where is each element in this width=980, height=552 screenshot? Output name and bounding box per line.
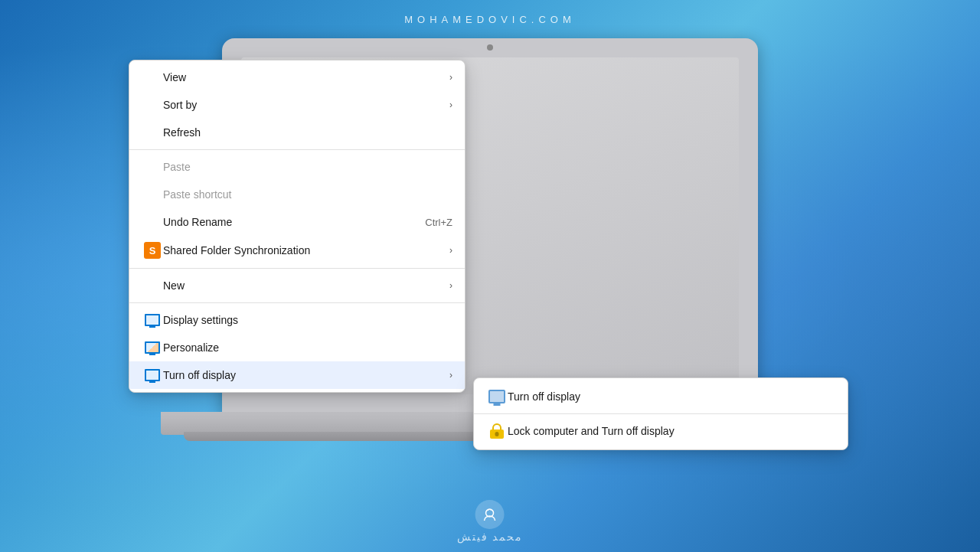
new-label: New [163, 279, 443, 292]
submenu-item-turn-off-display[interactable]: Turn off display [474, 381, 848, 412]
personalize-label: Personalize [163, 341, 452, 354]
sort-by-label: Sort by [163, 99, 443, 111]
menu-item-paste-shortcut[interactable]: Paste shortcut [129, 181, 465, 208]
context-menu: View › Sort by › Refresh Paste Paste sho… [129, 60, 466, 393]
watermark-text: MOHAMEDOVIC.COM [404, 14, 576, 25]
menu-item-view[interactable]: View › [129, 64, 465, 91]
undo-rename-shortcut: Ctrl+Z [425, 217, 452, 228]
menu-item-shared-folder[interactable]: S Shared Folder Synchronization › [129, 236, 465, 265]
sort-by-arrow: › [449, 100, 452, 110]
lock-body [490, 430, 504, 439]
separator-2 [129, 268, 465, 269]
turn-off-display-label: Turn off display [163, 369, 443, 381]
submenu-turn-off-label: Turn off display [508, 390, 835, 403]
submenu-monitor-icon-area [486, 390, 508, 403]
paste-shortcut-label: Paste shortcut [163, 188, 452, 201]
lock-top [492, 423, 501, 430]
menu-item-sort-by[interactable]: Sort by › [129, 91, 465, 119]
display-settings-icon-area [142, 314, 163, 326]
bottom-logo-text: محمد فيتش [457, 531, 524, 543]
turn-off-display-arrow: › [449, 370, 452, 381]
shared-folder-icon: S [144, 242, 161, 259]
submenu-separator [474, 413, 848, 414]
view-arrow: › [449, 72, 452, 83]
undo-rename-label: Undo Rename [163, 216, 425, 228]
turn-off-display-icon [145, 369, 160, 381]
separator-1 [129, 149, 465, 150]
lock-turn-off-label: Lock computer and Turn off display [508, 425, 835, 437]
menu-item-undo-rename[interactable]: Undo Rename Ctrl+Z [129, 208, 465, 236]
menu-item-display-settings[interactable]: Display settings [129, 306, 465, 334]
menu-item-refresh[interactable]: Refresh [129, 119, 465, 146]
submenu-monitor-icon [488, 390, 505, 403]
shared-icon-area: S [142, 242, 163, 259]
view-label: View [163, 71, 443, 83]
personalize-icon [145, 341, 160, 354]
logo-circle [475, 500, 505, 529]
logo-icon [481, 505, 499, 524]
laptop-camera [487, 44, 493, 51]
turn-off-icon-area [142, 369, 163, 381]
menu-item-turn-off-display[interactable]: Turn off display › [129, 361, 465, 389]
menu-item-personalize[interactable]: Personalize [129, 334, 465, 361]
refresh-label: Refresh [163, 126, 452, 139]
personalize-icon-area [142, 341, 163, 354]
submenu-item-lock-turn-off[interactable]: Lock computer and Turn off display [474, 416, 848, 446]
shared-folder-label: Shared Folder Synchronization [163, 244, 443, 256]
lock-icon [490, 423, 504, 439]
display-settings-label: Display settings [163, 314, 452, 326]
menu-item-paste[interactable]: Paste [129, 153, 465, 181]
submenu-turn-off-display: Turn off display Lock computer and Turn … [473, 377, 848, 450]
shared-folder-arrow: › [449, 245, 452, 256]
paste-label: Paste [163, 161, 452, 173]
menu-item-new[interactable]: New › [129, 272, 465, 299]
lock-icon-area [486, 423, 508, 439]
display-settings-icon [145, 314, 160, 326]
separator-3 [129, 302, 465, 303]
new-arrow: › [449, 280, 452, 291]
